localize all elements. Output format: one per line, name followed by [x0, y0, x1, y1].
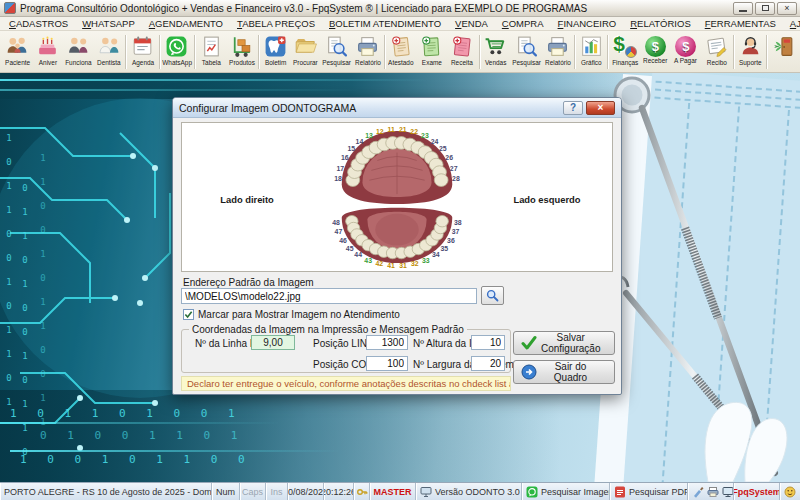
toolbar-atestado[interactable]: Atestado: [386, 32, 417, 72]
show-image-checkbox[interactable]: Marcar para Mostrar Imagem no Atendiment…: [183, 309, 400, 320]
glow-line: [0, 79, 430, 81]
browse-image-button[interactable]: [481, 286, 504, 305]
largura-input[interactable]: [471, 356, 505, 371]
tooth-number: 28: [452, 175, 460, 182]
toolbar-separator: [258, 35, 259, 69]
toolbar-label: Agenda: [132, 59, 154, 65]
printer-icon[interactable]: [707, 486, 719, 498]
toolbar-procurar[interactable]: Procurar: [291, 32, 322, 72]
toolbar-exame[interactable]: Exame: [416, 32, 447, 72]
toolbar-receber[interactable]: $ Receber: [640, 32, 671, 72]
dialog-help-button[interactable]: ?: [563, 101, 583, 115]
toolbar-agenda[interactable]: Agenda: [127, 32, 158, 72]
toolbar-produtos[interactable]: Produtos: [226, 32, 257, 72]
patients-icon: [5, 34, 30, 59]
toolbar-boletim[interactable]: Boletim: [260, 32, 291, 72]
toolbar-label: Paciente: [5, 59, 30, 65]
tooth-number: 32: [411, 260, 419, 267]
toolbar-financas[interactable]: $ Finanças: [609, 32, 640, 72]
toolbar-relatorio[interactable]: Relatório: [352, 32, 383, 72]
button-label: Sair do Quadro: [541, 361, 614, 383]
restore-button[interactable]: [755, 2, 775, 15]
toolbar-suporte[interactable]: Suporte: [735, 32, 766, 72]
menu-cadastros[interactable]: CADASTROS: [2, 17, 75, 30]
toolbar-separator: [384, 35, 385, 69]
toolbar-vendas[interactable]: Vendas: [481, 32, 512, 72]
pie-chart-icon: [625, 46, 637, 58]
posicao-linha-input[interactable]: [366, 335, 408, 350]
toolbar-relatorio-vendas[interactable]: Relatório: [542, 32, 573, 72]
menu-tabela-precos[interactable]: TABELA PREÇOS: [230, 17, 322, 30]
minimize-button[interactable]: [733, 2, 753, 15]
menu-boletim-atendimento[interactable]: BOLETIM ATENDIMENTO: [322, 17, 448, 30]
status-search-images[interactable]: Pesquisar Imagens: [522, 483, 610, 500]
brush-icon[interactable]: [692, 486, 704, 498]
tooth-number: 18: [334, 175, 342, 182]
toolbar-separator: [574, 35, 575, 69]
toolbar-label: Boletim: [265, 59, 286, 65]
status-time: 20:12:26: [324, 483, 354, 500]
status-user: MASTER: [370, 483, 416, 500]
magnifier-icon: [486, 289, 499, 302]
toolbar-label: Atestado: [388, 59, 413, 65]
status-date: 10/08/2025: [288, 483, 324, 500]
toolbar-funciona[interactable]: Funciona: [63, 32, 94, 72]
dollar-glyph: $: [613, 32, 625, 56]
toolbar-tabela[interactable]: Tabela: [196, 32, 227, 72]
toolbar-whatsapp[interactable]: WhatsApp: [161, 32, 193, 72]
toolbar-a-pagar[interactable]: $ A Pagar: [671, 32, 702, 72]
posicao-coluna-input[interactable]: [366, 356, 408, 371]
status-insert: Ins: [266, 483, 288, 500]
restore-icon: [762, 5, 769, 11]
toolbar-pesquisar-vendas[interactable]: Pesquisar: [511, 32, 542, 72]
exit-dialog-button[interactable]: Sair do Quadro: [513, 360, 615, 384]
status-search-pdf[interactable]: Pesquisar PDF: [610, 483, 688, 500]
dialog-titlebar[interactable]: Configurar Imagem ODONTOGRAMA ? ×: [173, 98, 621, 118]
address-input[interactable]: [181, 288, 477, 304]
toolbar-dentista[interactable]: Dentista: [94, 32, 125, 72]
toolbar-recibo[interactable]: Recibo: [701, 32, 732, 72]
save-configuration-button[interactable]: Salvar Configuração: [513, 331, 615, 355]
toolbar-aniver[interactable]: Aniver: [33, 32, 64, 72]
menu-compra[interactable]: COMPRA: [495, 17, 551, 30]
menu-agendamento[interactable]: AGENDAMENTO: [142, 17, 230, 30]
menu-venda[interactable]: VENDA: [448, 17, 495, 30]
dialog-close-button[interactable]: ×: [586, 101, 615, 115]
window-titlebar: Programa Consultório Odontológico + Vend…: [0, 0, 800, 17]
menu-ferramentas[interactable]: FERRAMENTAS: [698, 17, 783, 30]
toolbar-separator: [607, 35, 608, 69]
close-button[interactable]: ×: [777, 2, 797, 15]
checkbox-checked-icon: [183, 309, 194, 320]
status-search-pdf-label: Pesquisar PDF: [629, 487, 688, 497]
toolbar-grafico[interactable]: Gráfico: [576, 32, 607, 72]
menu-ajuda[interactable]: AJUDA: [783, 17, 800, 30]
toolbar-sair-sistema[interactable]: [768, 32, 799, 72]
altura-input[interactable]: [471, 335, 505, 350]
linha-inicial-input[interactable]: [251, 335, 295, 350]
toolbar-paciente[interactable]: Paciente: [2, 32, 33, 72]
app-icon: [4, 2, 16, 14]
tooth-number: 42: [375, 260, 383, 267]
checkbox-label: Marcar para Mostrar Imagem no Atendiment…: [198, 309, 400, 320]
toolbar-label: Recibo: [706, 59, 726, 65]
odontogram-preview: 1817161514131211212223242526272848474645…: [181, 122, 613, 272]
smiley-icon: [784, 486, 796, 498]
pdf-icon: [614, 486, 626, 498]
check-icon: [521, 335, 537, 351]
monitor-icon[interactable]: [722, 486, 734, 498]
menu-whatsapp[interactable]: WHATSAPP: [75, 17, 142, 30]
toolbar-pesquisar[interactable]: Pesquisar: [321, 32, 352, 72]
close-icon: ×: [598, 103, 604, 113]
receive-money-icon: $: [645, 36, 666, 57]
tooth-number: 37: [452, 228, 460, 235]
toolbar-label: Relatório: [545, 59, 571, 65]
toolbar-receita[interactable]: Receita: [447, 32, 478, 72]
menu-financeiro[interactable]: FINANCEIRO: [551, 17, 624, 30]
tooth-number: 14: [356, 138, 364, 145]
tooth-number: 21: [399, 126, 407, 133]
status-location: PORTO ALEGRE - RS 10 de Agosto de 2025 -…: [0, 483, 212, 500]
menu-relatorios[interactable]: RELATÓRIOS: [623, 17, 698, 30]
coordinates-group-title: Coordenadas da Imagem na Impressão e Men…: [189, 324, 467, 335]
tooth-number: 41: [387, 262, 395, 269]
exit-door-icon: [771, 34, 796, 59]
